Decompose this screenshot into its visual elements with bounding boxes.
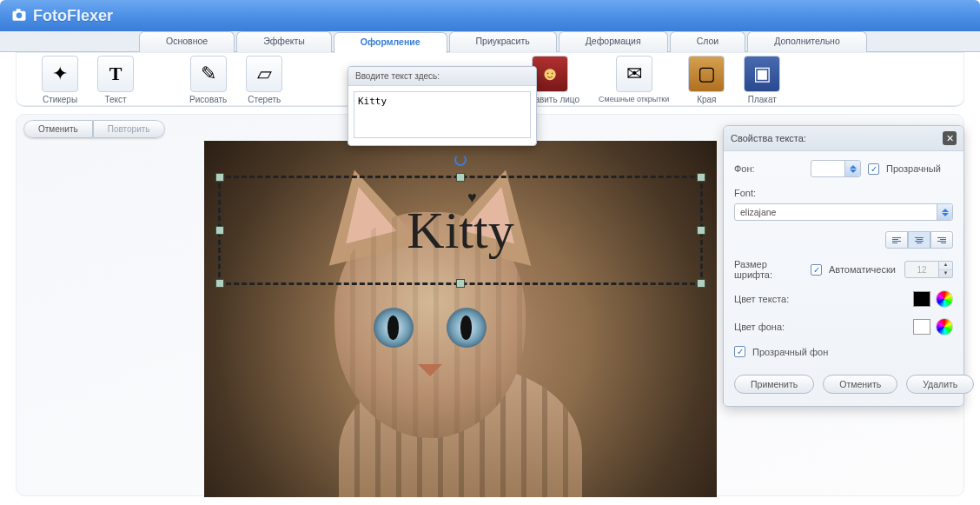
transparent-checkbox[interactable]: ✓ <box>868 163 879 175</box>
main-tabs: Основное Эффекты Оформление Приукрасить … <box>0 31 980 52</box>
resize-handle-tl[interactable] <box>215 173 224 182</box>
bg-color-label: Цвет фона: <box>734 322 804 332</box>
tool-stickers-label: Стикеры <box>43 95 77 104</box>
tab-basic[interactable]: Основное <box>139 31 235 52</box>
rotate-handle[interactable] <box>454 154 467 166</box>
auto-size-label: Автоматически <box>829 264 896 275</box>
apply-button[interactable]: Применить <box>734 375 814 394</box>
svg-rect-2 <box>17 9 21 11</box>
auto-size-checkbox[interactable]: ✓ <box>811 264 822 276</box>
transparent-bg-checkbox[interactable]: ✓ <box>734 346 745 357</box>
tool-poster-label: Плакат <box>748 95 777 104</box>
overlay-text: Kitty <box>407 201 513 261</box>
tool-text-label: Текст <box>104 95 126 104</box>
image-canvas[interactable]: ♥ Kitty <box>204 141 717 497</box>
font-select-value: elizajane <box>740 207 776 217</box>
align-group <box>885 231 953 249</box>
tool-edges-label: Края <box>697 95 716 104</box>
resize-handle-tr[interactable] <box>697 173 705 182</box>
tab-decorate[interactable]: Оформление <box>334 32 447 53</box>
bg-select[interactable] <box>811 160 861 177</box>
app-topbar: FotoFlexer <box>0 0 980 31</box>
font-select[interactable]: elizajane <box>734 203 953 221</box>
text-selection-box[interactable]: ♥ Kitty <box>218 176 703 285</box>
text-input-popup: Вводите текст здесь: <box>348 66 537 146</box>
tool-poster[interactable]: ▣ Плакат <box>744 56 780 104</box>
text-color-label: Цвет текста: <box>734 294 804 304</box>
close-button[interactable]: ✕ <box>943 131 957 145</box>
cards-icon: ✉ <box>616 56 652 92</box>
text-color-picker[interactable] <box>936 290 953 308</box>
text-icon: T <box>97 56 134 92</box>
align-center-button[interactable] <box>908 231 930 249</box>
tab-beautify[interactable]: Приукрасить <box>449 31 557 52</box>
text-properties-panel: Свойства текста: ✕ Фон: ✓ Прозрачный Fon… <box>723 125 964 407</box>
resize-handle-bl[interactable] <box>215 279 224 288</box>
font-label: Font: <box>734 188 953 198</box>
poster-icon: ▣ <box>744 56 780 92</box>
bg-color-swatch[interactable] <box>913 319 930 335</box>
edges-icon: ▢ <box>688 56 725 92</box>
tool-edges[interactable]: ▢ Края <box>688 56 725 104</box>
align-right-button[interactable] <box>930 231 953 249</box>
app-name: FotoFlexer <box>33 7 113 25</box>
tool-draw[interactable]: ✎ Рисовать <box>189 56 227 104</box>
tool-erase[interactable]: ▱ Стереть <box>246 56 282 104</box>
tool-draw-label: Рисовать <box>189 95 227 104</box>
resize-handle-mr[interactable] <box>697 226 705 235</box>
eraser-icon: ▱ <box>246 56 282 92</box>
resize-handle-tm[interactable] <box>456 173 465 182</box>
tab-effects[interactable]: Эффекты <box>236 31 332 52</box>
bg-label: Фон: <box>734 163 804 174</box>
app-logo: FotoFlexer <box>10 6 113 25</box>
resize-handle-br[interactable] <box>697 279 705 288</box>
stickers-icon: ✦ <box>42 56 78 92</box>
align-left-button[interactable] <box>885 231 908 249</box>
resize-handle-bm[interactable] <box>456 279 465 288</box>
dropdown-icon <box>937 204 952 220</box>
text-popup-title: Вводите текст здесь: <box>348 67 536 86</box>
size-label: Размер шрифта: <box>734 259 804 280</box>
undo-button[interactable]: Отменить <box>23 120 93 138</box>
font-size-stepper[interactable]: ▲▼ <box>939 261 953 278</box>
text-popup-textarea[interactable] <box>354 91 531 138</box>
tool-stickers[interactable]: ✦ Стикеры <box>42 56 78 104</box>
tool-text[interactable]: T Текст <box>97 56 134 104</box>
transparent-label: Прозрачный <box>886 163 941 174</box>
tool-fun-cards-label: Смешные открытки <box>599 95 669 103</box>
bg-color-picker[interactable] <box>936 318 953 336</box>
cancel-button[interactable]: Отменить <box>823 375 897 394</box>
tab-advanced[interactable]: Дополнительно <box>747 31 867 52</box>
transparent-bg-label: Прозрачный фон <box>752 347 828 357</box>
font-size-input[interactable] <box>904 261 939 278</box>
tab-distort[interactable]: Деформация <box>559 31 668 52</box>
tab-layers[interactable]: Слои <box>670 31 746 52</box>
delete-button[interactable]: Удалить <box>906 375 974 394</box>
tool-fun-cards[interactable]: ✉ Смешные открытки <box>599 56 669 104</box>
camera-icon <box>10 6 28 25</box>
resize-handle-ml[interactable] <box>215 226 224 235</box>
face-icon: ☻ <box>532 56 568 92</box>
text-color-swatch[interactable] <box>913 291 930 307</box>
undo-redo-group: Отменить Повторить <box>23 120 165 138</box>
tool-erase-label: Стереть <box>248 95 281 104</box>
pencil-icon: ✎ <box>190 56 227 92</box>
props-title: Свойства текста: <box>731 133 806 143</box>
svg-point-1 <box>17 13 23 19</box>
dropdown-icon <box>844 161 860 176</box>
redo-button[interactable]: Повторить <box>93 120 165 138</box>
